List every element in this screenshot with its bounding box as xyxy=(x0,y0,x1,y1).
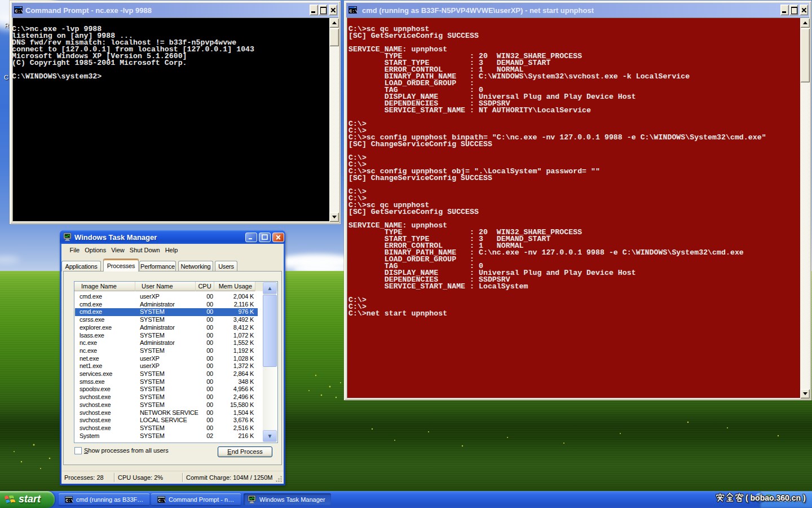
svg-text:C:\: C:\ xyxy=(350,8,358,14)
svg-text:C:\: C:\ xyxy=(15,8,23,14)
svg-text:C:\: C:\ xyxy=(66,498,73,502)
svg-text:C:\: C:\ xyxy=(158,498,166,502)
